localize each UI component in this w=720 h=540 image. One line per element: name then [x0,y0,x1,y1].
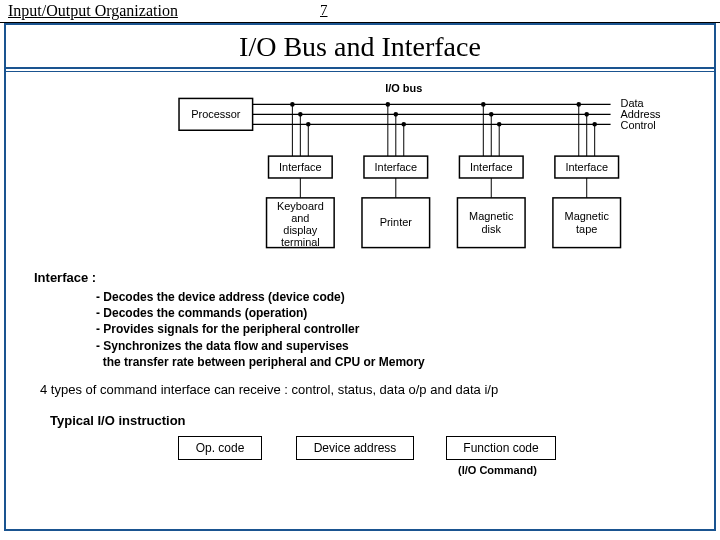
bullet-2: - Provides signals for the peripheral co… [96,321,714,337]
page-number: 7 [320,2,328,19]
slide-title: I/O Bus and Interface [6,25,714,67]
processor-box: Processor [191,108,241,120]
interface-heading: Interface : [6,270,714,285]
bullet-0: - Decodes the device address (device cod… [96,289,714,305]
bullet-3: - Synchronizes the data flow and supervi… [96,338,714,354]
svg-text:terminal: terminal [281,236,320,248]
instruction-format: Op. code Device address Function code (I… [6,436,714,484]
svg-text:display: display [283,224,318,236]
bullet-4: the transfer rate between peripheral and… [96,354,714,370]
svg-text:Interface: Interface [565,161,608,173]
svg-text:Printer: Printer [380,216,413,228]
typical-heading: Typical I/O instruction [6,413,714,436]
interface-bullets: - Decodes the device address (device cod… [6,285,714,380]
title-rule [6,67,714,72]
slide-frame: I/O Bus and Interface I/O bus Data Addre… [4,23,716,531]
bus-line-control: Control [621,119,656,131]
svg-text:tape: tape [576,223,597,235]
svg-text:Magnetic: Magnetic [565,210,610,222]
io-command-caption: (I/O Command) [458,464,537,476]
io-bus-diagram: I/O bus Data Address Control Processor I… [6,80,714,270]
svg-text:disk: disk [482,223,502,235]
svg-text:Keyboard: Keyboard [277,200,324,212]
device-addr-field: Device address [296,436,414,460]
svg-text:Interface: Interface [470,161,513,173]
svg-text:Magnetic: Magnetic [469,210,514,222]
io-bus-label: I/O bus [385,82,422,94]
svg-text:Interface: Interface [375,161,418,173]
header-chapter: Input/Output Organization [0,0,186,22]
bullet-1: - Decodes the commands (operation) [96,305,714,321]
command-types-note: 4 types of command interface can receive… [6,380,714,413]
svg-text:and: and [291,212,309,224]
function-code-field: Function code [446,436,556,460]
svg-text:Interface: Interface [279,161,322,173]
opcode-field: Op. code [178,436,262,460]
